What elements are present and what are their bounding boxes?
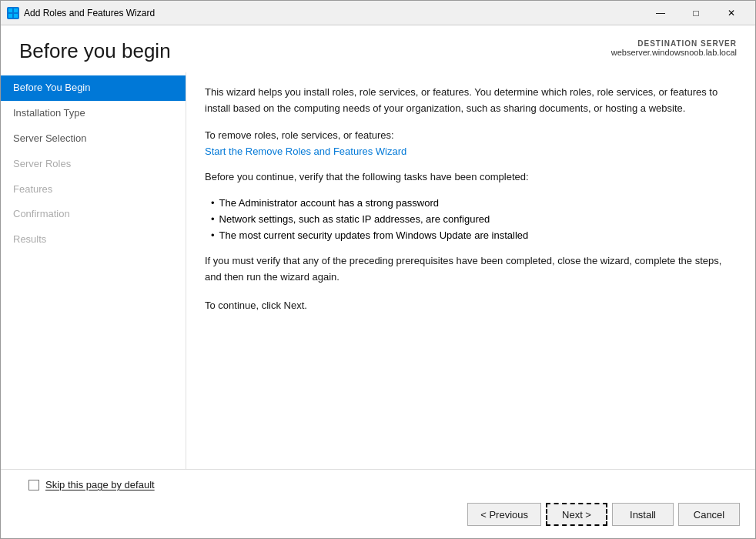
main-content-panel: This wizard helps you install roles, rol… [186,72,755,469]
prereq-note: If you must verify that any of the prece… [205,253,731,286]
destination-server: webserver.windowsnoob.lab.local [611,48,737,57]
checklist: • The Administrator account has a strong… [211,197,731,241]
intro-paragraph: This wizard helps you install roles, rol… [205,85,731,117]
sidebar: Before You Begin Installation Type Serve… [1,72,186,469]
checklist-text-3: The most current security updates from W… [219,229,529,241]
continue-note: To continue, click Next. [205,298,731,314]
sidebar-item-server-selection[interactable]: Server Selection [1,126,186,152]
svg-rect-1 [14,8,18,12]
previous-button[interactable]: < Previous [467,503,541,526]
svg-rect-3 [14,14,18,18]
skip-checkbox-area: Skip this page by default [16,479,740,490]
skip-checkbox[interactable] [28,480,39,490]
cancel-button[interactable]: Cancel [678,503,740,526]
sidebar-item-confirmation: Confirmation [1,202,186,227]
page-title-area: Before you begin DESTINATION SERVER webs… [1,25,755,72]
verify-intro: Before you continue, verify that the fol… [205,169,731,186]
install-button[interactable]: Install [612,503,674,526]
page-title: Before you begin [19,39,171,63]
destination-label: DESTINATION SERVER [611,39,737,48]
main-layout: Before you begin DESTINATION SERVER webs… [1,25,755,538]
checklist-item-2: • Network settings, such as static IP ad… [211,213,731,225]
sidebar-item-installation-type[interactable]: Installation Type [1,101,186,126]
skip-label: Skip this page by default [45,479,155,490]
checklist-text-1: The Administrator account has a strong p… [219,197,439,209]
checklist-item-1: • The Administrator account has a strong… [211,197,731,209]
window-controls: — □ ✕ [643,1,749,25]
footer-area: Skip this page by default < Previous Nex… [1,469,755,538]
sidebar-item-features: Features [1,177,186,203]
close-button[interactable]: ✕ [714,1,749,25]
next-button[interactable]: Next > [546,503,607,526]
maximize-button[interactable]: □ [678,1,714,25]
body-layout: Before You Begin Installation Type Serve… [1,72,755,469]
remove-section-title: To remove roles, role services, or featu… [205,129,731,141]
bullet-3: • [211,229,215,241]
main-window: Add Roles and Features Wizard — □ ✕ Befo… [0,0,756,539]
svg-rect-0 [8,8,12,12]
sidebar-item-server-roles: Server Roles [1,152,186,177]
destination-info: DESTINATION SERVER webserver.windowsnoob… [611,39,737,57]
bullet-2: • [211,213,215,225]
svg-rect-2 [8,14,12,18]
checklist-item-3: • The most current security updates from… [211,229,731,241]
remove-roles-link[interactable]: Start the Remove Roles and Features Wiza… [205,146,406,157]
app-icon [7,7,19,19]
sidebar-item-results: Results [1,227,186,253]
title-bar: Add Roles and Features Wizard — □ ✕ [1,1,755,25]
button-bar: < Previous Next > Install Cancel [16,500,740,526]
sidebar-item-before-you-begin[interactable]: Before You Begin [1,75,186,101]
minimize-button[interactable]: — [643,1,678,25]
bullet-1: • [211,197,215,209]
checklist-text-2: Network settings, such as static IP addr… [219,213,490,225]
title-bar-text: Add Roles and Features Wizard [24,8,643,18]
